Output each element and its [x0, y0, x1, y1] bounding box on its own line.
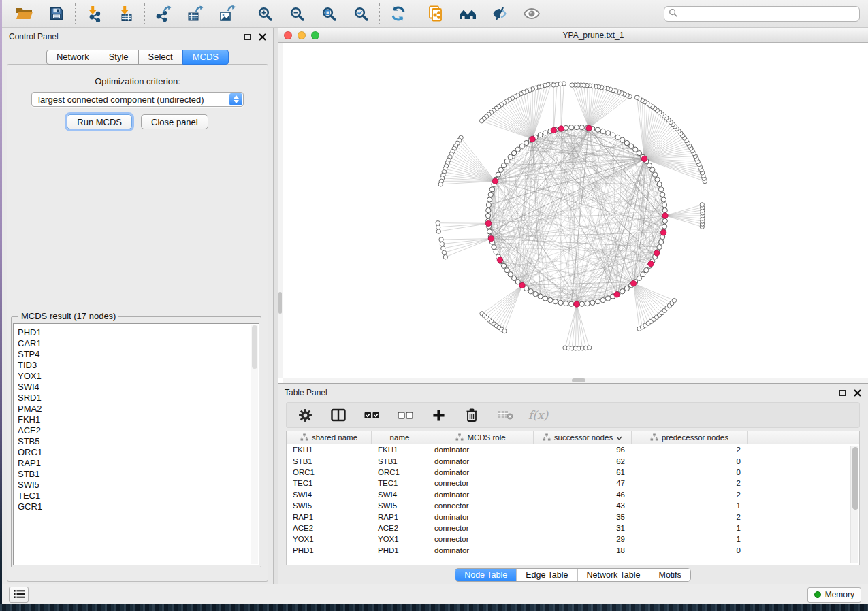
close-table-panel-button[interactable] — [854, 389, 861, 397]
mcds-result-item[interactable]: SWI4 — [18, 382, 259, 393]
delete-table-button — [497, 407, 513, 423]
hide-selected-button[interactable] — [490, 4, 509, 23]
float-table-panel-button[interactable] — [839, 390, 846, 396]
zoom-in-button[interactable] — [255, 4, 274, 23]
table-row[interactable]: PHD1PHD1dominator180 — [287, 545, 859, 556]
export-network-button[interactable] — [154, 4, 173, 23]
mcds-result-list[interactable]: PHD1CAR1STP4TID3YOX1SWI4SRD1PMA2FKH1ACE2… — [13, 323, 259, 565]
tab-mcds[interactable]: MCDS — [182, 50, 229, 65]
import-network-icon — [86, 5, 102, 22]
tab-style[interactable]: Style — [99, 50, 139, 65]
zoom-selected-button[interactable] — [351, 4, 370, 23]
table-row[interactable]: SWI5SWI5connector431 — [287, 500, 859, 511]
cell-name: SWI5 — [372, 501, 428, 510]
cell-name: PHD1 — [372, 546, 428, 555]
export-image-button[interactable] — [218, 4, 237, 23]
zoom-selected-icon — [353, 6, 369, 22]
mcds-result-item[interactable]: STP4 — [18, 349, 259, 360]
mcds-result-item[interactable]: CAR1 — [18, 338, 259, 349]
criterion-dropdown-value: largest connected component (undirected) — [38, 95, 204, 105]
show-all-button[interactable] — [522, 4, 541, 23]
open-session-button[interactable] — [15, 4, 34, 23]
import-table-button[interactable] — [116, 4, 135, 23]
memory-button[interactable]: Memory — [807, 587, 861, 603]
tab-node-table[interactable]: Node Table — [455, 569, 516, 581]
apply-layout-button[interactable] — [389, 4, 408, 23]
column-header-successor-nodes[interactable]: successor nodes — [534, 431, 632, 444]
mcds-result-item[interactable]: ACE2 — [18, 425, 259, 436]
mcds-result-item[interactable]: PHD1 — [18, 327, 259, 338]
zoom-fit-button[interactable] — [319, 4, 338, 23]
table-settings-button[interactable] — [297, 407, 313, 423]
select-all-columns-button[interactable] — [364, 407, 380, 423]
mcds-result-item[interactable]: ORC1 — [18, 447, 259, 458]
float-panel-button[interactable] — [244, 34, 251, 40]
mcds-hub-node — [574, 301, 579, 307]
mcds-result-item[interactable]: GCR1 — [18, 501, 259, 512]
table-row[interactable]: ACE2ACE2connector311 — [287, 523, 859, 533]
cell-shared-name: TEC1 — [287, 479, 372, 487]
tab-edge-table[interactable]: Edge Table — [516, 569, 577, 581]
table-row[interactable]: ORC1ORC1dominator610 — [287, 467, 859, 478]
control-panel-header: Control Panel — [2, 28, 273, 46]
column-header-mcds-role[interactable]: MCDS role — [428, 431, 534, 444]
column-header-predecessor-nodes[interactable]: predecessor nodes — [632, 431, 748, 444]
table-row[interactable]: YOX1YOX1connector291 — [287, 533, 859, 544]
mcds-result-item[interactable]: TID3 — [18, 360, 259, 371]
status-bar: Memory — [2, 584, 868, 605]
deselect-all-columns-button[interactable] — [397, 407, 413, 423]
mcds-result-item[interactable]: SRD1 — [18, 393, 259, 403]
save-session-button[interactable] — [47, 4, 66, 23]
cell-predecessor-nodes: 1 — [632, 524, 748, 532]
table-row[interactable]: FKH1FKH1dominator962 — [287, 444, 859, 455]
mcds-result-item[interactable]: SWI5 — [18, 480, 259, 491]
table-row[interactable]: RAP1RAP1dominator352 — [287, 511, 859, 522]
criterion-dropdown[interactable]: largest connected component (undirected) — [31, 92, 244, 107]
table-row[interactable]: TEC1TEC1connector472 — [287, 478, 859, 489]
import-group — [76, 4, 144, 23]
show-columns-button[interactable] — [330, 407, 347, 423]
network-vertical-scrollbar[interactable] — [278, 43, 283, 378]
memory-label: Memory — [825, 590, 854, 599]
mcds-result-item[interactable]: FKH1 — [18, 414, 259, 425]
close-panel-icon-button[interactable] — [259, 33, 266, 41]
network-from-file-button[interactable] — [426, 4, 445, 23]
tab-network[interactable]: Network — [46, 50, 99, 65]
houses-icon — [459, 6, 477, 21]
export-table-button[interactable] — [186, 4, 205, 23]
close-window-icon[interactable] — [284, 31, 292, 39]
tab-select[interactable]: Select — [138, 50, 183, 65]
run-mcds-button[interactable]: Run MCDS — [67, 114, 132, 129]
zoom-out-button[interactable] — [287, 4, 306, 23]
delete-column-button[interactable] — [464, 407, 480, 423]
first-neighbors-button[interactable] — [458, 4, 477, 23]
table-row[interactable]: SWI4SWI4dominator462 — [287, 489, 859, 500]
mcds-list-scrollbar[interactable] — [251, 325, 258, 564]
cell-successor-nodes: 35 — [534, 513, 632, 521]
mcds-result-item[interactable]: STB1 — [18, 469, 259, 480]
tab-motifs[interactable]: Motifs — [649, 569, 690, 581]
column-header-name[interactable]: name — [372, 431, 428, 444]
mcds-result-item[interactable]: PMA2 — [18, 403, 259, 414]
search-input[interactable] — [681, 9, 855, 18]
cytoscape-window: Control Panel NetworkStyleSelectMCDS Opt… — [2, 0, 868, 605]
mcds-result-item[interactable]: STB5 — [18, 436, 259, 447]
optimization-criterion-label: Optimization criterion: — [7, 76, 268, 86]
network-horizontal-scrollbar[interactable] — [283, 378, 868, 383]
close-panel-button[interactable]: Close panel — [141, 114, 208, 129]
import-network-button[interactable] — [84, 4, 103, 23]
cell-predecessor-nodes: 1 — [632, 535, 748, 543]
mcds-result-item[interactable]: RAP1 — [18, 458, 259, 469]
maximize-window-icon[interactable] — [311, 31, 319, 39]
table-row[interactable]: STB1STB1dominator620 — [287, 455, 859, 466]
mcds-result-item[interactable]: TEC1 — [18, 491, 259, 501]
minimize-window-icon[interactable] — [298, 31, 306, 39]
column-header-shared-name[interactable]: shared name — [287, 431, 372, 444]
tab-network-table[interactable]: Network Table — [577, 569, 649, 581]
create-column-button[interactable] — [430, 407, 447, 423]
table-scrollbar[interactable] — [850, 446, 858, 563]
network-canvas[interactable] — [278, 43, 868, 383]
control-panel-title: Control Panel — [9, 32, 59, 42]
mcds-result-item[interactable]: YOX1 — [18, 371, 259, 382]
task-history-button[interactable] — [9, 587, 29, 603]
